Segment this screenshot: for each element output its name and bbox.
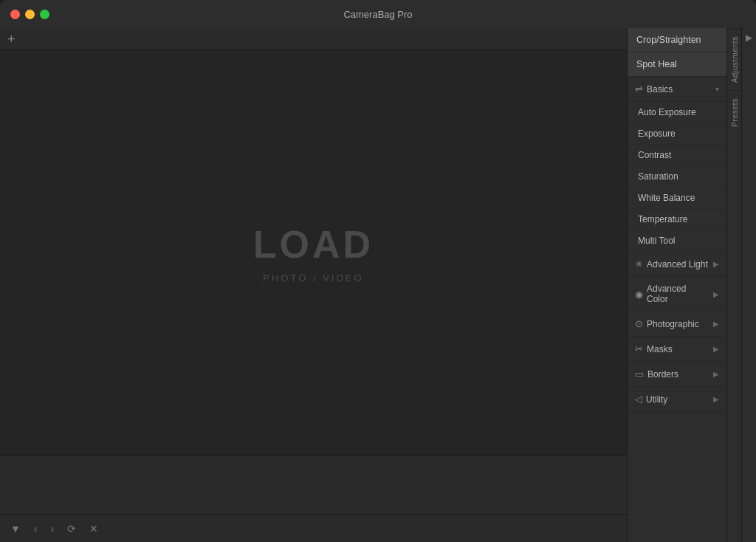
basics-label: Basics xyxy=(647,84,712,95)
crop-straighten-button[interactable]: Crop/Straighten xyxy=(628,28,726,52)
canvas-toolbar: + xyxy=(0,28,627,50)
utility-icon: ◁ xyxy=(635,394,642,405)
menu-item-exposure[interactable]: Exposure xyxy=(628,123,726,145)
section-header-utility[interactable]: ◁Utility▶ xyxy=(628,387,726,412)
menu-item-white-balance[interactable]: White Balance xyxy=(628,188,726,209)
section-header-borders[interactable]: ▭Borders▶ xyxy=(628,362,726,387)
sections-container: ⇌Basics▾Auto ExposureExposureContrastSat… xyxy=(628,77,726,412)
photographic-arrow: ▶ xyxy=(713,320,719,328)
menu-item-multi-tool[interactable]: Multi Tool xyxy=(628,230,726,252)
borders-label: Borders xyxy=(647,369,709,380)
top-tools: Crop/Straighten Spot Heal xyxy=(628,28,726,77)
maximize-button[interactable] xyxy=(40,10,49,19)
canvas-area: + LOAD PHOTO / VIDEO ▼‹›⟳✕ xyxy=(0,28,627,542)
section-header-advanced-color[interactable]: ◉Advanced Color▶ xyxy=(628,277,726,312)
footer-button[interactable]: ‹ xyxy=(32,521,39,536)
section-header-advanced-light[interactable]: ✳Advanced Light▶ xyxy=(628,252,726,277)
photographic-icon: ⊙ xyxy=(635,318,643,329)
title-bar: CameraBag Pro xyxy=(0,0,756,28)
adjustments-tab[interactable]: Adjustments xyxy=(727,28,741,90)
advanced-light-icon: ✳ xyxy=(635,258,643,270)
utility-label: Utility xyxy=(646,394,709,405)
collapse-arrow-button[interactable]: ▶ xyxy=(746,32,752,43)
main-area: + LOAD PHOTO / VIDEO ▼‹›⟳✕ Crop/Straight… xyxy=(0,28,756,542)
load-text: LOAD xyxy=(253,222,374,267)
photographic-label: Photographic xyxy=(647,319,709,329)
menu-item-temperature[interactable]: Temperature xyxy=(628,209,726,230)
menu-item-saturation[interactable]: Saturation xyxy=(628,166,726,188)
app-title: CameraBag Pro xyxy=(343,9,412,20)
footer-button[interactable]: ⟳ xyxy=(66,521,78,536)
side-tabs: Adjustments Presets xyxy=(726,28,741,542)
footer-button[interactable]: ✕ xyxy=(88,521,100,536)
load-subtext: PHOTO / VIDEO xyxy=(263,272,363,284)
window-controls[interactable] xyxy=(10,10,49,19)
add-button[interactable]: + xyxy=(7,32,16,46)
section-header-masks[interactable]: ✂Masks▶ xyxy=(628,337,726,362)
basics-arrow: ▾ xyxy=(715,85,719,93)
borders-arrow: ▶ xyxy=(713,370,719,378)
close-button[interactable] xyxy=(10,10,20,19)
utility-arrow: ▶ xyxy=(713,395,719,403)
presets-tab[interactable]: Presets xyxy=(727,90,741,134)
far-right-panel: ▶ xyxy=(741,28,756,542)
canvas-footer: ▼‹›⟳✕ xyxy=(0,514,627,542)
masks-icon: ✂ xyxy=(635,343,643,354)
right-panel: Crop/Straighten Spot Heal ⇌Basics▾Auto E… xyxy=(627,28,741,542)
masks-label: Masks xyxy=(647,344,709,354)
footer-button[interactable]: › xyxy=(49,521,56,536)
advanced-color-arrow: ▶ xyxy=(713,290,719,298)
advanced-light-arrow: ▶ xyxy=(713,260,719,268)
filmstrip xyxy=(0,455,627,514)
section-header-basics[interactable]: ⇌Basics▾ xyxy=(628,77,726,102)
basics-icon: ⇌ xyxy=(635,83,643,95)
borders-icon: ▭ xyxy=(635,368,644,380)
footer-button[interactable]: ▼ xyxy=(9,521,22,536)
spot-heal-button[interactable]: Spot Heal xyxy=(628,52,726,77)
masks-arrow: ▶ xyxy=(713,345,719,353)
advanced-color-icon: ◉ xyxy=(635,289,643,300)
section-header-photographic[interactable]: ⊙Photographic▶ xyxy=(628,312,726,337)
advanced-light-label: Advanced Light xyxy=(647,259,709,270)
canvas-content: LOAD PHOTO / VIDEO xyxy=(0,50,627,455)
advanced-color-label: Advanced Color xyxy=(647,284,709,304)
minimize-button[interactable] xyxy=(25,10,35,19)
adjustments-panel: Crop/Straighten Spot Heal ⇌Basics▾Auto E… xyxy=(628,28,726,542)
menu-item-auto-exposure[interactable]: Auto Exposure xyxy=(628,102,726,123)
menu-item-contrast[interactable]: Contrast xyxy=(628,145,726,166)
